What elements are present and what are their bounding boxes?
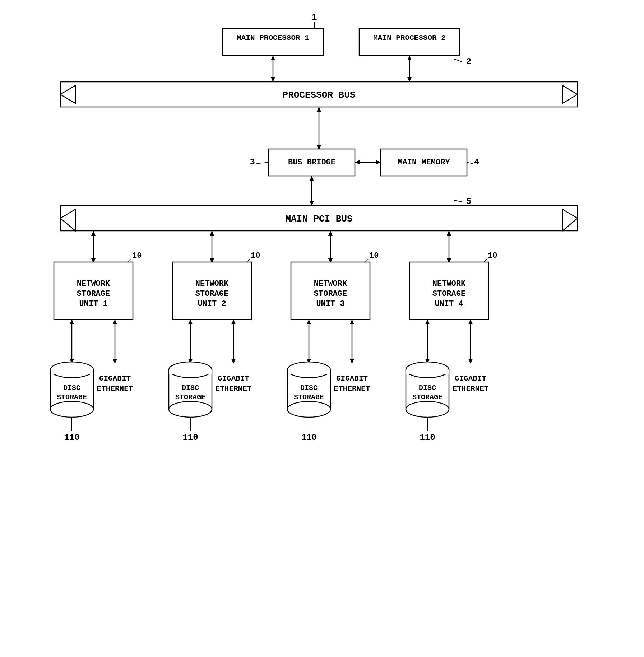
svg-marker-19	[317, 107, 321, 112]
svg-rect-2	[223, 29, 323, 56]
svg-text:10: 10	[251, 251, 260, 260]
svg-text:GIGABIT: GIGABIT	[99, 374, 131, 383]
svg-text:ETHERNET: ETHERNET	[334, 385, 370, 393]
svg-text:DISC: DISC	[182, 384, 199, 392]
svg-text:2: 2	[466, 57, 471, 66]
svg-text:STORAGE: STORAGE	[195, 289, 228, 298]
svg-point-109	[287, 401, 330, 417]
svg-line-27	[467, 162, 473, 164]
svg-text:NETWORK: NETWORK	[195, 279, 229, 288]
svg-text:GIGABIT: GIGABIT	[455, 374, 486, 383]
svg-text:UNIT 1: UNIT 1	[79, 299, 107, 308]
svg-marker-81	[231, 359, 236, 364]
svg-marker-29	[376, 160, 381, 164]
svg-text:STORAGE: STORAGE	[432, 289, 465, 298]
svg-marker-94	[468, 320, 473, 324]
svg-marker-9	[271, 56, 275, 60]
svg-text:110: 110	[182, 433, 198, 442]
svg-text:110: 110	[420, 433, 435, 442]
svg-text:DISC: DISC	[300, 384, 318, 392]
svg-point-97	[50, 401, 93, 417]
svg-text:MAIN PROCESSOR 1: MAIN PROCESSOR 1	[237, 34, 309, 42]
svg-marker-76	[113, 320, 117, 324]
svg-text:MAIN PROCESSOR 2: MAIN PROCESSOR 2	[373, 34, 446, 42]
svg-text:PROCESSOR BUS: PROCESSOR BUS	[283, 90, 356, 101]
svg-text:UNIT 2: UNIT 2	[198, 299, 226, 308]
svg-marker-82	[231, 320, 236, 324]
svg-text:10: 10	[488, 251, 497, 260]
svg-text:GIGABIT: GIGABIT	[336, 374, 368, 383]
svg-text:MAIN MEMORY: MAIN MEMORY	[398, 158, 450, 167]
svg-text:10: 10	[369, 251, 379, 260]
svg-text:10: 10	[132, 251, 142, 260]
svg-text:STORAGE: STORAGE	[294, 393, 324, 401]
svg-text:GIGABIT: GIGABIT	[218, 374, 249, 383]
svg-text:UNIT 4: UNIT 4	[435, 299, 463, 308]
svg-text:STORAGE: STORAGE	[314, 289, 347, 298]
svg-marker-12	[407, 56, 412, 60]
svg-rect-104	[169, 370, 212, 374]
svg-text:STORAGE: STORAGE	[175, 393, 205, 401]
svg-text:STORAGE: STORAGE	[412, 393, 443, 401]
svg-marker-93	[468, 359, 473, 364]
svg-text:ETHERNET: ETHERNET	[453, 385, 489, 393]
svg-marker-41	[91, 231, 96, 236]
svg-text:3: 3	[250, 157, 255, 167]
svg-rect-116	[406, 370, 449, 374]
svg-marker-8	[271, 77, 275, 82]
svg-marker-87	[350, 359, 354, 364]
svg-text:DISC: DISC	[419, 384, 436, 392]
svg-text:110: 110	[64, 433, 79, 442]
svg-text:NETWORK: NETWORK	[77, 279, 110, 288]
svg-point-115	[406, 401, 449, 417]
diagram: 1 MAIN PROCESSOR 1 MAIN PROCESSOR 2 2 PR…	[0, 0, 644, 657]
svg-marker-30	[355, 160, 360, 164]
svg-marker-73	[70, 320, 74, 324]
svg-point-103	[169, 401, 212, 417]
svg-text:DISC: DISC	[63, 384, 80, 392]
svg-text:UNIT 3: UNIT 3	[316, 299, 344, 308]
svg-text:BUS BRIDGE: BUS BRIDGE	[288, 158, 335, 167]
svg-text:STORAGE: STORAGE	[57, 393, 87, 401]
svg-text:110: 110	[301, 433, 316, 442]
svg-text:NETWORK: NETWORK	[432, 279, 466, 288]
svg-line-23	[256, 162, 269, 164]
svg-marker-50	[447, 231, 451, 236]
svg-marker-11	[407, 77, 412, 82]
svg-text:ETHERNET: ETHERNET	[97, 385, 133, 393]
svg-marker-75	[113, 359, 117, 364]
svg-text:1: 1	[311, 12, 317, 23]
svg-marker-32	[310, 201, 314, 206]
svg-marker-79	[188, 320, 193, 324]
svg-text:ETHERNET: ETHERNET	[216, 385, 252, 393]
svg-text:MAIN PCI BUS: MAIN PCI BUS	[285, 214, 352, 224]
svg-text:NETWORK: NETWORK	[314, 279, 347, 288]
svg-rect-110	[288, 370, 330, 374]
svg-marker-91	[425, 320, 430, 324]
svg-text:5: 5	[466, 197, 471, 206]
svg-marker-85	[307, 320, 311, 324]
svg-rect-4	[359, 29, 460, 56]
svg-marker-44	[210, 231, 214, 236]
svg-marker-88	[350, 320, 354, 324]
svg-rect-98	[51, 370, 93, 374]
svg-marker-47	[328, 231, 333, 236]
svg-text:STORAGE: STORAGE	[77, 289, 110, 298]
svg-marker-33	[310, 176, 314, 181]
svg-text:4: 4	[474, 157, 479, 167]
